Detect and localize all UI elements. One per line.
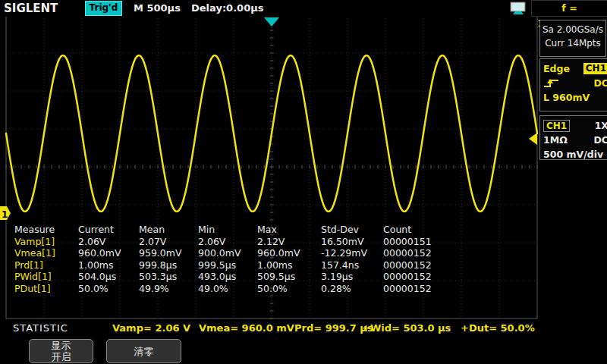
measure-value: 493.0μs [194, 271, 253, 283]
table-header: Max [253, 224, 317, 236]
display-button-line2: 开启 [52, 351, 71, 362]
measure-value: 2.06V [74, 236, 135, 248]
table-header: Count [379, 224, 534, 236]
statistic-title: STATISTIC [13, 322, 68, 334]
trigger-panel[interactable]: Edge CH1 DC L 960mV [539, 58, 607, 111]
brand-logo: SIGLENT [4, 2, 58, 15]
measure-value: 00000152 [379, 283, 534, 295]
table-header: Std-Dev [317, 224, 379, 236]
frequency-counter-readout: f = 1.00000KHz [531, 0, 607, 17]
measure-value: 959.0mV [135, 247, 194, 259]
statistic-item: Vmea= 960.0 mV [199, 322, 294, 334]
trigger-source-badge: CH1 [583, 63, 607, 74]
measure-value: 50.0% [74, 283, 135, 295]
acquisition-panel: Sa 2.00GSa/s Curr 14Mpts [539, 20, 606, 57]
measure-value: 0.28% [317, 283, 379, 295]
channel1-panel[interactable]: CH1 1X 1MΩ DC 500 mV/div [539, 115, 607, 160]
probe-attenuation: 1X [595, 120, 607, 131]
measure-value: 00000152 [379, 259, 534, 271]
measure-label: Vamp[1] [11, 236, 74, 248]
measure-value: 960.0mV [74, 247, 135, 259]
measure-value: 16.50mV [317, 236, 379, 248]
measure-value: 509.5μs [253, 271, 317, 283]
input-impedance: 1MΩ [543, 134, 568, 146]
scope-graticule-waveform: 1 [0, 0, 607, 364]
display-toggle-button[interactable]: 显示 开启 [29, 339, 93, 363]
svg-text:1: 1 [2, 209, 8, 220]
measure-value: 49.9% [135, 283, 194, 295]
measure-value: 1.00ms [253, 259, 317, 271]
vertical-scale: 500 mV/div [543, 149, 603, 160]
measure-label: Prd[1] [11, 259, 74, 271]
trigger-status-badge: Trig'd [85, 1, 122, 16]
measurement-table: MeasureCurrentMeanMinMaxStd-DevCountVamp… [11, 224, 534, 294]
measure-value: 2.07V [135, 236, 194, 248]
measure-value: 503.3μs [135, 271, 194, 283]
softkey-menu: 显示 开启 清零 [0, 338, 607, 364]
measure-value: 157.4ns [317, 259, 379, 271]
top-status-bar: SIGLENT Trig'd M 500μs Delay:0.00μs f = … [0, 0, 607, 17]
statistic-item: +Dut= 50.0% [461, 322, 535, 334]
measure-value: 900.0mV [194, 247, 253, 259]
measure-label: PDut[1] [11, 283, 74, 295]
monitor-icon [509, 2, 527, 15]
table-header: Mean [135, 224, 194, 236]
measure-label: PWid[1] [11, 271, 74, 283]
measure-value: 00000152 [379, 247, 534, 259]
trigger-coupling: DC [593, 77, 607, 89]
measure-value: 2.06V [194, 236, 253, 248]
table-header: Measure [11, 224, 74, 236]
statistic-item: +Wid= 503.0 μs [362, 322, 451, 334]
measure-value: 2.12V [253, 236, 317, 248]
table-header: Min [194, 224, 253, 236]
measure-value: 1.00ms [74, 259, 135, 271]
measure-value: 504.0μs [74, 271, 135, 283]
statistic-item: Vamp= 2.06 V [112, 322, 190, 334]
timebase-readout: M 500μs [134, 2, 181, 14]
statistic-bar: STATISTIC Vamp= 2.06 VVmea= 960.0 mVPrd=… [0, 319, 607, 338]
measure-value: 999.5μs [194, 259, 253, 271]
measure-label: Vmea[1] [11, 247, 74, 259]
channel-name-badge: CH1 [543, 120, 570, 132]
sample-rate: Sa 2.00GSa/s [540, 23, 605, 36]
measure-value: 49.0% [194, 283, 253, 295]
clear-button-label: 清零 [134, 346, 154, 357]
memory-depth: Curr 14Mpts [540, 36, 605, 50]
measure-value: 999.8μs [135, 259, 194, 271]
clear-button[interactable]: 清零 [106, 339, 181, 363]
measure-value: 3.19μs [317, 271, 379, 283]
rising-edge-icon [543, 77, 560, 89]
measure-value: 50.0% [253, 283, 317, 295]
delay-readout: Delay:0.00μs [191, 2, 264, 14]
measure-value: 00000151 [379, 236, 534, 248]
measure-value: -12.29mV [317, 247, 379, 259]
measure-value: 00000152 [379, 271, 534, 283]
display-button-line1: 显示 [52, 340, 71, 351]
channel-coupling: DC [593, 134, 607, 146]
trigger-level: L 960mV [543, 92, 590, 103]
table-header: Current [74, 224, 135, 236]
measure-value: 960.0mV [253, 247, 317, 259]
trigger-type: Edge [543, 63, 570, 74]
